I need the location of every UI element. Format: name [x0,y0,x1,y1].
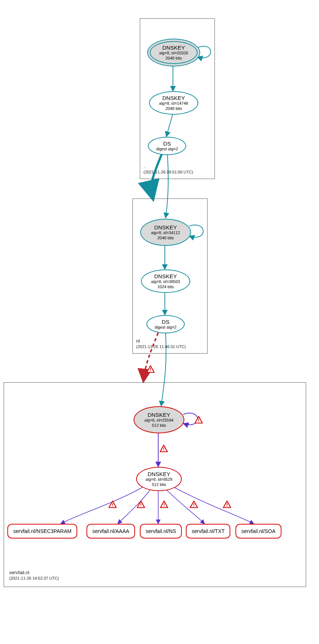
sf-ksk-line1: alg=8, id=25594 [145,418,174,423]
root-zsk-line1: alg=8, id=14748 [159,101,188,106]
nl-ds-title: DS [162,319,170,325]
warning-icon [109,501,117,508]
svg-rect-1 [150,371,151,372]
warning-icon [160,501,168,508]
sf-zsk-node: DNSKEY alg=8, id=8529 512 bits [136,467,182,491]
rrset-txt-label: servfail.nl/TXT [186,524,230,539]
root-ksk-title: DNSKEY [162,44,185,51]
svg-rect-11 [164,506,164,507]
warning-icon [195,416,203,423]
sf-ksk-line2: 512 bits [152,423,166,428]
warning-icon [223,501,231,508]
warning-icon [190,501,198,508]
svg-rect-15 [227,506,227,507]
svg-rect-12 [194,503,194,505]
svg-rect-8 [141,503,141,505]
rrset-ns: servfail.nl/NS [140,524,182,539]
rrset-nsec3param: servfail.nl/NSEC3PARAM [7,524,77,539]
root-zsk-node: DNSKEY alg=8, id=14748 2048 bits [149,91,198,115]
nl-ksk-line1: alg=8, id=34112 [151,230,180,235]
zone-servfail-name: servfail.nl [9,570,29,575]
zone-servfail-ts: (2021-11-26 14:52:37 UTC) [9,576,59,580]
rrset-aaaa-label: servfail.nl/AAAA [86,524,135,539]
zone-root-name: . [143,164,145,169]
root-ksk-node: DNSKEY alg=8, id=20326 2048 bits [147,39,200,67]
zone-root-ts: (2021-11-26 09:51:00 UTC) [143,170,193,174]
zone-nl-ts: (2021-11-26 11:46:31 UTC) [136,344,186,349]
nl-ksk-node: DNSKEY alg=8, id=34112 2048 bits [140,219,191,246]
rrset-nsec3param-label: servfail.nl/NSEC3PARAM [7,524,77,539]
nl-zsk-node: DNSKEY alg=8, id=38503 1024 bits [141,269,190,293]
svg-rect-5 [163,450,164,451]
sf-ksk-title: DNSKEY [148,412,170,418]
root-ksk-line1: alg=8, id=20326 [159,51,188,56]
root-ds-line1: digest alg=2 [156,147,178,151]
rrset-ns-label: servfail.nl/NS [140,524,182,539]
nl-zsk-line2: 1024 bits [157,285,174,289]
nl-ds-node: DS digest alg=2 [146,315,185,333]
nl-ds-line1: digest alg=2 [155,325,177,330]
svg-rect-2 [198,419,199,421]
nl-ksk-title: DNSKEY [154,224,177,230]
rrset-aaaa: servfail.nl/AAAA [86,524,135,539]
svg-rect-9 [141,506,141,507]
rrset-soa: servfail.nl/SOA [235,524,281,539]
svg-rect-14 [227,503,227,505]
root-ds-title: DS [163,140,171,147]
nl-zsk-title: DNSKEY [154,273,177,279]
root-ksk-line2: 2048 bits [166,56,182,61]
warning-icon [137,501,145,508]
svg-rect-10 [164,503,164,505]
sf-zsk-title: DNSKEY [148,471,170,477]
sf-zsk-line2: 512 bits [152,482,166,487]
zone-nl-name: nl [136,338,140,344]
rrset-txt: servfail.nl/TXT [186,524,230,539]
warning-icon [146,365,155,373]
root-zsk-title: DNSKEY [162,95,185,101]
svg-rect-13 [194,506,194,507]
rrset-soa-label: servfail.nl/SOA [235,524,281,539]
svg-rect-3 [198,422,199,422]
root-ds-node: DS digest alg=2 [148,137,186,155]
svg-rect-6 [112,503,113,505]
nl-ksk-line2: 2048 bits [157,236,174,240]
root-zsk-line2: 2048 bits [166,106,182,111]
sf-zsk-line1: alg=8, id=8529 [146,477,173,482]
nl-zsk-line1: alg=8, id=38503 [151,279,180,284]
warning-icon [160,445,168,452]
svg-rect-0 [150,368,151,370]
svg-rect-4 [163,447,164,449]
svg-rect-7 [112,506,113,507]
sf-ksk-node: DNSKEY alg=8, id=25594 512 bits [134,406,184,433]
